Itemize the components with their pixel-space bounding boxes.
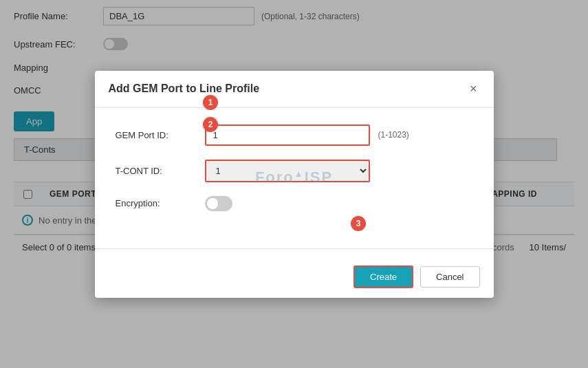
encryption-row: Encryption: [116, 196, 473, 211]
add-gem-port-modal: Add GEM Port to Line Profile × GEM Port … [95, 71, 494, 298]
modal-divider [95, 248, 494, 249]
modal-header: Add GEM Port to Line Profile × [95, 71, 494, 108]
modal-title: Add GEM Port to Line Profile [109, 83, 260, 95]
gem-port-id-input[interactable] [205, 125, 370, 146]
gem-port-id-wrap: (1-1023) [205, 125, 409, 146]
t-cont-id-select[interactable]: 1 2 3 [205, 160, 370, 182]
encryption-toggle[interactable] [205, 196, 232, 211]
t-cont-id-row: T-CONT ID: 1 2 3 [116, 160, 473, 182]
modal-close-button[interactable]: × [467, 82, 480, 96]
gem-port-id-row: GEM Port ID: (1-1023) [116, 125, 473, 146]
step-badge-1: 1 [203, 95, 218, 110]
t-cont-id-label: T-CONT ID: [116, 166, 205, 176]
t-cont-id-wrap: 1 2 3 [205, 160, 370, 182]
modal-body: GEM Port ID: (1-1023) T-CONT ID: 1 2 3 [95, 108, 494, 241]
encryption-label: Encryption: [116, 198, 205, 208]
gem-port-id-hint: (1-1023) [378, 130, 409, 140]
create-button[interactable]: Create [353, 266, 413, 288]
modal-footer: Create Cancel [95, 256, 494, 298]
cancel-button[interactable]: Cancel [420, 266, 479, 288]
gem-port-id-label: GEM Port ID: [116, 130, 205, 140]
step-badge-3: 3 [351, 216, 366, 231]
modal-overlay: Add GEM Port to Line Profile × GEM Port … [0, 0, 588, 368]
step-badge-2: 2 [203, 117, 218, 132]
